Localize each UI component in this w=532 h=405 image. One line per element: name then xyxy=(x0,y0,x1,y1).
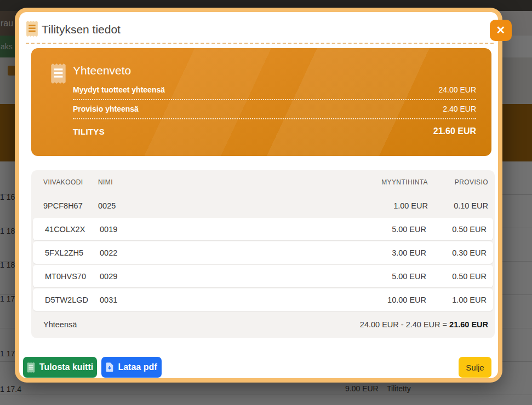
close-modal-label: Sulje xyxy=(466,363,484,372)
cell-name: 0031 xyxy=(100,296,333,304)
cell-price: 3.00 EUR xyxy=(333,248,426,257)
download-pdf-button[interactable]: Lataa pdf xyxy=(101,357,162,378)
summary-row-sold-total: Myydyt tuotteet yhteensä 24.00 EUR xyxy=(73,84,476,100)
summary-row-commission-total: Provisio yhteensä 2.40 EUR xyxy=(73,103,476,119)
print-receipt-button[interactable]: Tulosta kuitti xyxy=(23,357,97,378)
summary-row-value: 24.00 EUR xyxy=(439,85,476,94)
summary-row-settlement: TILITYS 21.60 EUR xyxy=(73,124,476,141)
summary-card: Yhteenveto Myydyt tuotteet yhteensä 24.0… xyxy=(31,48,491,156)
column-header-barcode: VIIVAKOODI xyxy=(43,178,98,186)
table-row: D5TW2LGD 0031 10.00 EUR 1.00 EUR xyxy=(33,288,493,311)
settlement-details-modal: ✕ Tilityksen tiedot Yhteenveto Myydyt tu… xyxy=(15,8,502,383)
summary-row-value: 2.40 EUR xyxy=(443,105,476,113)
cell-price: 5.00 EUR xyxy=(333,272,426,281)
cell-barcode: 5FXL2ZH5 xyxy=(45,248,100,257)
cell-barcode: MT0HVS70 xyxy=(45,272,100,281)
total-formula: 24.00 EUR - 2.40 EUR = xyxy=(360,320,449,329)
receipt-icon xyxy=(27,362,35,373)
divider xyxy=(26,43,494,44)
table-row: 41COLX2X 0019 5.00 EUR 0.50 EUR xyxy=(33,218,493,240)
total-amount: 24.00 EUR - 2.40 EUR = 21.60 EUR xyxy=(360,320,488,329)
file-download-icon xyxy=(106,362,113,372)
cell-commission: 0.50 EUR xyxy=(426,272,487,281)
cell-barcode: 41COLX2X xyxy=(45,225,100,234)
cell-name: 0019 xyxy=(100,225,333,234)
close-icon[interactable]: ✕ xyxy=(490,20,512,41)
cell-barcode: 9PCF8H67 xyxy=(43,201,98,210)
cell-barcode: D5TW2LGD xyxy=(45,296,100,304)
column-header-commission: PROVISIO xyxy=(428,178,488,186)
table-total-row: Yhteensä 24.00 EUR - 2.40 EUR = 21.60 EU… xyxy=(31,312,495,337)
cell-name: 0022 xyxy=(100,248,333,257)
cell-name: 0025 xyxy=(98,201,335,210)
table-header-row: VIIVAKOODI NIMI MYYNTIHINTA PROVISIO xyxy=(31,170,495,194)
total-label: Yhteensä xyxy=(43,320,77,329)
cell-commission: 0.10 EUR xyxy=(428,201,488,210)
close-modal-button[interactable]: Sulje xyxy=(459,357,491,378)
table-row: 9PCF8H67 0025 1.00 EUR 0.10 EUR xyxy=(31,194,495,217)
column-header-price: MYYNTIHINTA xyxy=(335,178,428,186)
cell-price: 5.00 EUR xyxy=(333,225,426,234)
cell-commission: 0.30 EUR xyxy=(426,248,487,257)
summary-row-label: Myydyt tuotteet yhteensä xyxy=(73,85,165,94)
settlement-value: 21.60 EUR xyxy=(433,126,476,136)
settlement-label: TILITYS xyxy=(73,127,105,136)
print-receipt-label: Tulosta kuitti xyxy=(39,362,93,372)
cell-name: 0029 xyxy=(100,272,333,281)
table-row: 5FXL2ZH5 0022 3.00 EUR 0.30 EUR xyxy=(33,241,493,264)
summary-row-label: Provisio yhteensä xyxy=(73,105,139,113)
cell-commission: 1.00 EUR xyxy=(426,296,487,304)
column-header-name: NIMI xyxy=(98,178,335,186)
products-table: VIIVAKOODI NIMI MYYNTIHINTA PROVISIO 9PC… xyxy=(31,170,495,338)
cell-price: 1.00 EUR xyxy=(335,201,428,210)
cell-commission: 0.50 EUR xyxy=(426,225,487,234)
receipt-icon xyxy=(26,21,38,39)
total-value: 21.60 EUR xyxy=(449,320,488,329)
receipt-icon xyxy=(50,63,66,86)
cell-price: 10.00 EUR xyxy=(333,296,426,304)
download-pdf-label: Lataa pdf xyxy=(118,362,157,372)
summary-heading: Yhteenveto xyxy=(73,64,131,77)
modal-title: Tilityksen tiedot xyxy=(42,23,121,36)
table-row: MT0HVS70 0029 5.00 EUR 0.50 EUR xyxy=(33,265,493,287)
